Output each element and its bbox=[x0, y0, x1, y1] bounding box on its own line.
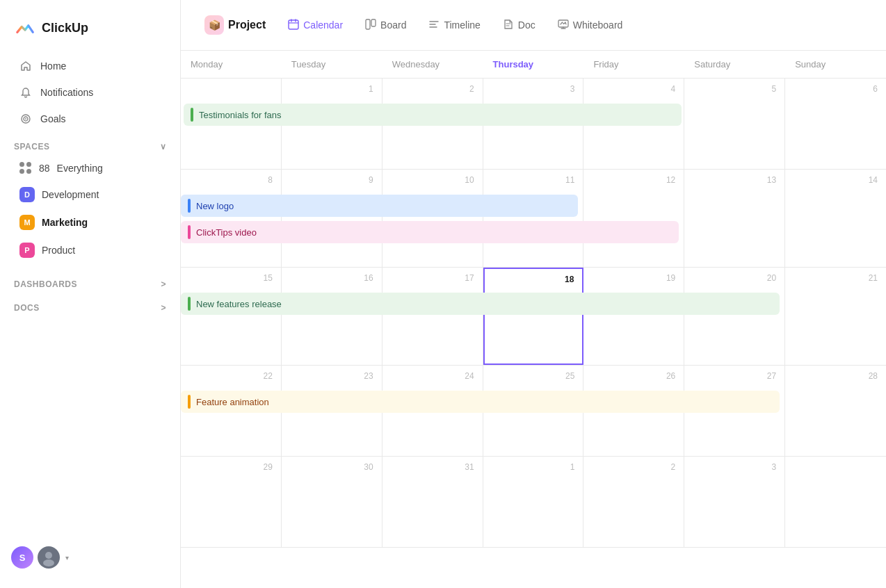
day-cell-29[interactable]: 29 bbox=[181, 457, 282, 547]
day-cell-10[interactable]: 10 bbox=[382, 170, 483, 267]
day-cell-19[interactable]: 19 bbox=[583, 268, 684, 365]
tab-board[interactable]: Board bbox=[355, 13, 416, 38]
main-content: 📦 Project Calendar Board Timeline bbox=[181, 0, 886, 588]
day-header-friday: Friday bbox=[583, 51, 684, 78]
tab-project[interactable]: 📦 Project bbox=[195, 10, 275, 40]
event-new-logo[interactable]: New logo bbox=[181, 195, 578, 217]
dashboards-section[interactable]: Dashboards > bbox=[0, 270, 180, 293]
sidebar-product-label: Product bbox=[42, 245, 75, 256]
board-icon bbox=[365, 19, 376, 32]
whiteboard-icon bbox=[558, 19, 569, 32]
day-cell-16[interactable]: 16 bbox=[282, 268, 382, 365]
calendar-container: Monday Tuesday Wednesday Thursday Friday… bbox=[181, 51, 886, 588]
day-cell-9[interactable]: 9 bbox=[282, 170, 382, 267]
sidebar-item-home[interactable]: Home bbox=[6, 54, 175, 79]
day-header-tuesday: Tuesday bbox=[282, 51, 382, 78]
day-cell-30[interactable]: 30 bbox=[282, 457, 382, 547]
user-chevron-icon[interactable]: ▾ bbox=[65, 554, 69, 562]
day-header-wednesday: Wednesday bbox=[382, 51, 483, 78]
docs-section[interactable]: Docs > bbox=[0, 293, 180, 317]
event-feature-animation[interactable]: Feature animation bbox=[181, 391, 780, 413]
sidebar-item-development[interactable]: D Development bbox=[6, 181, 175, 208]
day-cell-5[interactable]: 5 bbox=[684, 79, 785, 169]
day-cell-18-today[interactable]: 18 bbox=[483, 268, 584, 365]
everything-icon bbox=[19, 162, 32, 174]
development-badge: D bbox=[19, 187, 35, 202]
avatar-s: S bbox=[11, 546, 33, 569]
tab-timeline[interactable]: Timeline bbox=[419, 13, 490, 38]
tab-whiteboard[interactable]: Whiteboard bbox=[548, 13, 633, 38]
sidebar-item-product[interactable]: P Product bbox=[6, 237, 175, 263]
sidebar: ClickUp Home Notifications Goals Spaces … bbox=[0, 0, 181, 588]
spaces-section-header: Spaces ∨ bbox=[0, 132, 180, 156]
goals-icon bbox=[19, 113, 32, 125]
bell-icon bbox=[19, 86, 32, 99]
sidebar-item-everything[interactable]: 88 Everything bbox=[6, 156, 175, 180]
calendar-icon bbox=[288, 19, 299, 32]
calendar-day-headers: Monday Tuesday Wednesday Thursday Friday… bbox=[181, 51, 886, 79]
tab-whiteboard-label: Whiteboard bbox=[573, 19, 623, 31]
sidebar-item-goals-label: Goals bbox=[40, 113, 66, 124]
day-cell-12[interactable]: 12 bbox=[583, 170, 684, 267]
dashboards-chevron-icon[interactable]: > bbox=[161, 279, 166, 289]
day-cell-20[interactable]: 20 bbox=[684, 268, 785, 365]
event-new-features[interactable]: New features release bbox=[181, 293, 780, 315]
day-cell-next-1[interactable]: 1 bbox=[483, 457, 584, 547]
svg-point-4 bbox=[43, 560, 54, 566]
day-cell-6[interactable]: 6 bbox=[785, 79, 886, 169]
tab-timeline-label: Timeline bbox=[444, 19, 480, 31]
event-clicktips[interactable]: ClickTips video bbox=[181, 221, 679, 243]
day-cell-11[interactable]: 11 bbox=[483, 170, 584, 267]
week-row-4: 22 23 24 25 26 27 28 Feature animation bbox=[181, 366, 886, 457]
product-badge: P bbox=[19, 243, 35, 258]
svg-rect-6 bbox=[366, 19, 370, 29]
day-cell-8[interactable]: 8 bbox=[181, 170, 282, 267]
tab-doc-label: Doc bbox=[518, 19, 535, 31]
event-testimonials[interactable]: Testimonials for fans bbox=[184, 104, 682, 126]
docs-label: Docs bbox=[14, 303, 40, 313]
svg-rect-7 bbox=[371, 19, 376, 26]
day-cell-31[interactable]: 31 bbox=[382, 457, 483, 547]
doc-icon bbox=[503, 19, 514, 32]
svg-point-2 bbox=[25, 118, 26, 120]
day-cell-14[interactable]: 14 bbox=[785, 170, 886, 267]
day-header-monday: Monday bbox=[181, 51, 282, 78]
event-dot bbox=[191, 108, 193, 122]
sidebar-item-marketing[interactable]: M Marketing bbox=[6, 209, 175, 236]
sidebar-item-goals[interactable]: Goals bbox=[6, 106, 175, 131]
marketing-badge: M bbox=[19, 215, 35, 230]
day-cell-next-3[interactable]: 3 bbox=[684, 457, 785, 547]
day-header-saturday: Saturday bbox=[684, 51, 785, 78]
home-icon bbox=[19, 60, 32, 72]
day-header-thursday: Thursday bbox=[483, 51, 584, 78]
sidebar-everything-label: Everything bbox=[57, 163, 103, 174]
day-cell-17[interactable]: 17 bbox=[382, 268, 483, 365]
day-cell-28[interactable]: 28 bbox=[785, 366, 886, 456]
tab-board-label: Board bbox=[380, 19, 406, 31]
timeline-icon bbox=[428, 19, 440, 32]
docs-chevron-icon[interactable]: > bbox=[161, 303, 166, 313]
dashboards-label: Dashboards bbox=[14, 279, 77, 289]
user-area[interactable]: S ▾ bbox=[0, 538, 180, 577]
svg-rect-5 bbox=[289, 20, 298, 29]
day-cell-21[interactable]: 21 bbox=[785, 268, 886, 365]
sidebar-item-notifications[interactable]: Notifications bbox=[6, 80, 175, 105]
sidebar-marketing-label: Marketing bbox=[42, 217, 88, 228]
top-navigation: 📦 Project Calendar Board Timeline bbox=[181, 0, 886, 51]
logo-text: ClickUp bbox=[42, 21, 88, 35]
tab-doc[interactable]: Doc bbox=[493, 13, 545, 38]
logo-area: ClickUp bbox=[0, 11, 180, 53]
day-cell-next-blank[interactable] bbox=[785, 457, 886, 547]
spaces-chevron-icon[interactable]: ∨ bbox=[160, 142, 167, 152]
day-cell-13[interactable]: 13 bbox=[684, 170, 785, 267]
clickup-logo-icon bbox=[14, 17, 36, 39]
week-row-2: 8 9 10 11 12 13 14 Motion graphic New lo… bbox=[181, 170, 886, 268]
sidebar-development-label: Development bbox=[42, 189, 99, 200]
spaces-label: Spaces bbox=[14, 142, 49, 152]
avatar-photo bbox=[38, 546, 60, 569]
day-cell-15[interactable]: 15 bbox=[181, 268, 282, 365]
tab-project-label: Project bbox=[228, 19, 266, 31]
project-icon: 📦 bbox=[204, 15, 224, 35]
day-cell-next-2[interactable]: 2 bbox=[583, 457, 684, 547]
tab-calendar[interactable]: Calendar bbox=[278, 13, 353, 38]
